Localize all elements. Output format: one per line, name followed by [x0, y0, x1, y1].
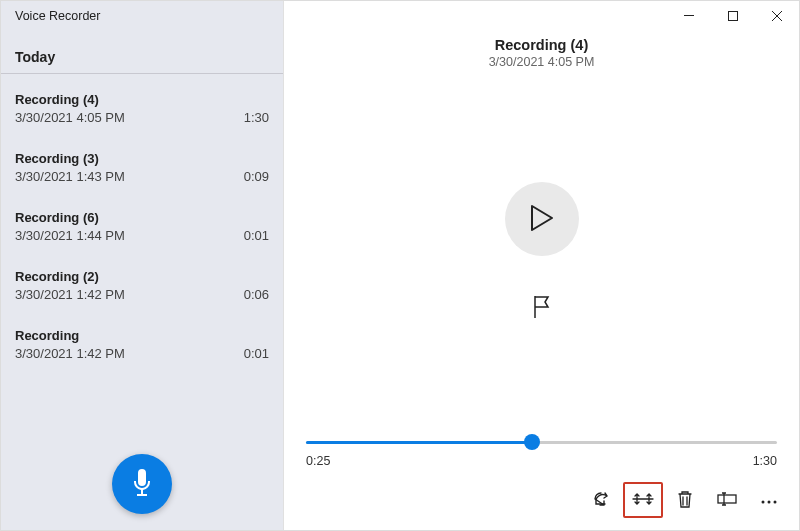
- svg-point-3: [762, 500, 765, 503]
- app-title: Voice Recorder: [1, 1, 283, 31]
- recording-duration: 0:09: [244, 169, 269, 184]
- share-button[interactable]: [581, 482, 621, 518]
- timeline-slider[interactable]: [306, 434, 777, 450]
- trash-icon: [677, 490, 693, 511]
- svg-rect-1: [729, 11, 738, 20]
- more-icon: [760, 493, 778, 508]
- transport: 0:25 1:30: [284, 434, 799, 476]
- play-icon: [530, 204, 554, 235]
- app-window: Voice Recorder Today Recording (4) 3/30/…: [0, 0, 800, 531]
- slider-progress: [306, 441, 532, 444]
- recording-item-4[interactable]: Recording 3/30/2021 1:42 PM 0:01: [1, 316, 283, 375]
- rename-button[interactable]: [707, 482, 747, 518]
- microphone-icon: [132, 469, 152, 500]
- svg-rect-2: [718, 495, 736, 503]
- recording-header: Recording (4) 3/30/2021 4:05 PM: [284, 37, 799, 69]
- time-position: 0:25: [306, 454, 330, 468]
- recording-item-0[interactable]: Recording (4) 3/30/2021 4:05 PM 1:30: [1, 80, 283, 139]
- maximize-icon: [728, 9, 738, 24]
- trim-button[interactable]: [623, 482, 663, 518]
- recording-title: Recording (4): [15, 92, 269, 107]
- window-controls: [667, 1, 799, 31]
- add-marker-button[interactable]: [532, 296, 552, 321]
- play-button[interactable]: [505, 182, 579, 256]
- selected-title: Recording (4): [284, 37, 799, 53]
- recording-duration: 1:30: [244, 110, 269, 125]
- recording-date: 3/30/2021 1:43 PM: [15, 169, 125, 184]
- more-button[interactable]: [749, 482, 789, 518]
- recording-date: 3/30/2021 4:05 PM: [15, 110, 125, 125]
- maximize-button[interactable]: [711, 1, 755, 31]
- flag-icon: [532, 306, 552, 321]
- action-toolbar: [284, 476, 799, 530]
- minimize-icon: [684, 9, 694, 24]
- trim-icon: [632, 492, 654, 509]
- recording-item-1[interactable]: Recording (3) 3/30/2021 1:43 PM 0:09: [1, 139, 283, 198]
- sidebar: Voice Recorder Today Recording (4) 3/30/…: [1, 1, 284, 530]
- minimize-button[interactable]: [667, 1, 711, 31]
- play-area: [284, 69, 799, 434]
- recording-duration: 0:01: [244, 346, 269, 361]
- time-duration: 1:30: [753, 454, 777, 468]
- delete-button[interactable]: [665, 482, 705, 518]
- recording-date: 3/30/2021 1:42 PM: [15, 287, 125, 302]
- rename-icon: [717, 492, 737, 509]
- svg-point-4: [768, 500, 771, 503]
- close-button[interactable]: [755, 1, 799, 31]
- share-icon: [592, 490, 610, 511]
- recording-title: Recording (2): [15, 269, 269, 284]
- recording-title: Recording (6): [15, 210, 269, 225]
- slider-thumb[interactable]: [524, 434, 540, 450]
- record-button[interactable]: [112, 454, 172, 514]
- selected-date: 3/30/2021 4:05 PM: [284, 55, 799, 69]
- recording-duration: 0:06: [244, 287, 269, 302]
- close-icon: [772, 9, 782, 24]
- recording-duration: 0:01: [244, 228, 269, 243]
- recording-item-3[interactable]: Recording (2) 3/30/2021 1:42 PM 0:06: [1, 257, 283, 316]
- recording-date: 3/30/2021 1:44 PM: [15, 228, 125, 243]
- main-pane: Recording (4) 3/30/2021 4:05 PM: [284, 1, 799, 530]
- svg-rect-0: [684, 15, 694, 16]
- section-header-today: Today: [1, 31, 283, 74]
- recording-title: Recording (3): [15, 151, 269, 166]
- recording-title: Recording: [15, 328, 269, 343]
- recording-item-2[interactable]: Recording (6) 3/30/2021 1:44 PM 0:01: [1, 198, 283, 257]
- recording-date: 3/30/2021 1:42 PM: [15, 346, 125, 361]
- svg-point-5: [774, 500, 777, 503]
